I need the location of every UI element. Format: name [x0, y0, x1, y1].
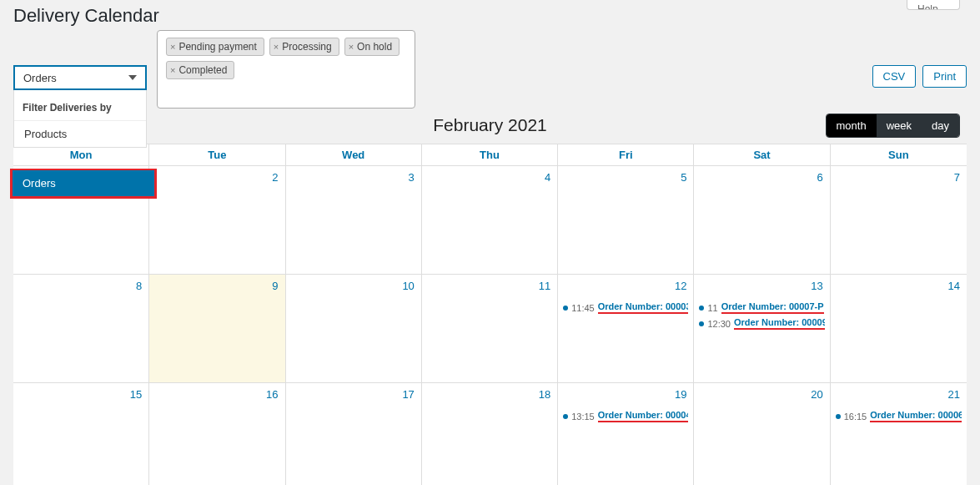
- calendar-cell[interactable]: 9: [149, 275, 285, 383]
- status-tag-onhold: × On hold: [344, 38, 400, 56]
- day-number: 14: [948, 280, 960, 292]
- filter-option-orders-highlight: Orders: [10, 169, 157, 199]
- event-title: Order Number: 00007-P: [721, 301, 824, 314]
- view-switch: month week day: [826, 114, 960, 138]
- calendar-cell[interactable]: 7: [831, 166, 967, 275]
- calendar-cell[interactable]: 18: [422, 383, 558, 485]
- calendar-cell[interactable]: 14: [831, 275, 967, 383]
- calendar-cell[interactable]: 16: [149, 383, 285, 485]
- event-dot-icon: [699, 321, 704, 326]
- filter-dropdown-value: Orders: [23, 72, 57, 84]
- csv-button[interactable]: CSV: [872, 65, 917, 88]
- calendar-cell[interactable]: 2116:15Order Number: 00006: [831, 383, 967, 485]
- close-icon[interactable]: ×: [170, 65, 175, 75]
- calendar-cell[interactable]: 11: [422, 275, 558, 383]
- filter-dropdown-trigger[interactable]: Orders: [13, 65, 147, 90]
- day-number: 15: [130, 388, 142, 401]
- calendar-cell[interactable]: 1311Order Number: 00007-P12:30Order Numb…: [694, 275, 830, 383]
- filter-option-products[interactable]: Products: [14, 121, 146, 147]
- filter-dropdown: Orders Filter Deliveries by Products Ord…: [13, 30, 147, 90]
- calendar-event[interactable]: 11Order Number: 00007-P: [699, 300, 824, 316]
- status-tag-completed: × Completed: [166, 61, 234, 79]
- close-icon[interactable]: ×: [274, 42, 279, 52]
- day-number: 6: [817, 171, 822, 184]
- event-dot-icon: [836, 414, 841, 419]
- dayname: Fri: [558, 144, 694, 166]
- calendar-event[interactable]: 16:15Order Number: 00006: [836, 408, 962, 424]
- day-number: 2: [272, 171, 278, 184]
- day-number: 19: [675, 388, 686, 401]
- day-number: 17: [402, 388, 414, 401]
- calendar-cell[interactable]: 4: [422, 166, 558, 275]
- page-title: Delivery Calendar: [13, 5, 159, 27]
- day-number: 18: [539, 388, 550, 401]
- event-time: 11:45: [571, 303, 595, 313]
- close-icon[interactable]: ×: [170, 42, 175, 52]
- day-number: 8: [136, 280, 142, 292]
- day-number: 4: [545, 171, 550, 184]
- event-time: 12:30: [707, 319, 731, 329]
- day-number: 9: [272, 280, 278, 292]
- close-icon[interactable]: ×: [349, 42, 354, 52]
- calendar-event[interactable]: 13:15Order Number: 00004: [563, 408, 688, 424]
- calendar-cell[interactable]: 3: [286, 166, 422, 275]
- day-number: 10: [402, 280, 414, 292]
- calendar-cell[interactable]: 17: [286, 383, 422, 485]
- day-number: 20: [811, 388, 822, 401]
- event-time: 16:15: [844, 412, 867, 422]
- event-dot-icon: [699, 306, 704, 311]
- dayname: Tue: [149, 144, 285, 166]
- calendar-cell[interactable]: 1913:15Order Number: 00004: [558, 383, 694, 485]
- day-number: 21: [948, 388, 960, 401]
- filter-dropdown-menu: Filter Deliveries by Products: [13, 90, 147, 148]
- status-tag-pending: × Pending payment: [166, 38, 264, 56]
- calendar-cell[interactable]: 1211:45Order Number: 00003: [558, 275, 694, 383]
- day-number: 16: [266, 388, 278, 401]
- event-dot-icon: [563, 414, 568, 419]
- view-week-button[interactable]: week: [877, 114, 922, 137]
- calendar-cell[interactable]: 20: [694, 383, 830, 485]
- calendar-cell[interactable]: 10: [286, 275, 422, 383]
- calendar-cell[interactable]: 6: [694, 166, 830, 275]
- event-time: 11: [707, 303, 717, 313]
- day-number: 13: [811, 280, 822, 292]
- dayname: Wed: [286, 144, 422, 166]
- event-title: Order Number: 00003: [598, 301, 689, 314]
- view-month-button[interactable]: month: [827, 114, 877, 137]
- calendar-event[interactable]: 12:30Order Number: 00009: [699, 316, 824, 331]
- dayname: Sun: [831, 144, 967, 166]
- event-title: Order Number: 00009: [734, 317, 825, 330]
- chevron-down-icon: [128, 75, 137, 80]
- print-button[interactable]: Print: [922, 65, 967, 88]
- status-tag-processing: × Processing: [269, 38, 339, 56]
- calendar-cell[interactable]: 8: [13, 275, 149, 383]
- view-day-button[interactable]: day: [922, 114, 959, 137]
- calendar-event[interactable]: 11:45Order Number: 00003: [563, 300, 688, 316]
- filter-dropdown-header: Filter Deliveries by: [14, 95, 146, 121]
- day-number: 7: [954, 171, 960, 184]
- event-dot-icon: [563, 306, 568, 311]
- help-tab[interactable]: Help: [907, 0, 960, 10]
- day-number: 11: [539, 280, 550, 292]
- filter-option-orders[interactable]: Orders: [13, 170, 154, 196]
- calendar-cell[interactable]: 15: [13, 383, 149, 485]
- day-number: 5: [681, 171, 686, 184]
- event-title: Order Number: 00004: [598, 410, 689, 422]
- calendar-title: February 2021: [433, 115, 547, 135]
- event-time: 13:15: [571, 412, 595, 422]
- day-number: 3: [409, 171, 415, 184]
- calendar-cell[interactable]: 2: [149, 166, 285, 275]
- day-number: 12: [675, 280, 686, 292]
- calendar-cell[interactable]: 5: [558, 166, 694, 275]
- dayname: Sat: [694, 144, 830, 166]
- status-filter-box[interactable]: × Pending payment × Processing × On hold…: [157, 30, 415, 109]
- dayname: Thu: [422, 144, 558, 166]
- event-title: Order Number: 00006: [870, 410, 962, 422]
